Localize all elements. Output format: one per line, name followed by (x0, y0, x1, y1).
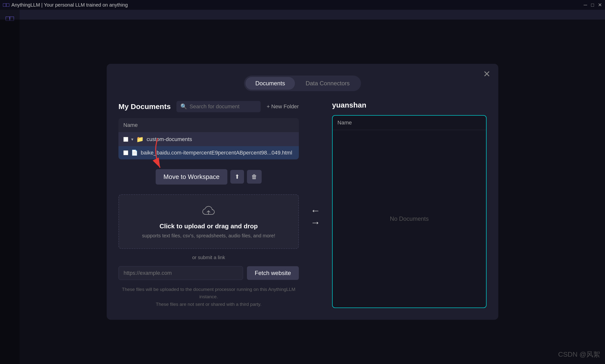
modal-body: My Documents 🔍 + New Folder Name (118, 101, 487, 308)
action-bar: Move to Workspace ⬆ 🗑 (118, 165, 299, 188)
upload-title: Click to upload or drag and drop (160, 222, 258, 230)
search-input[interactable] (189, 104, 257, 110)
modal-dialog: ✕ Documents Data Connectors My Documents… (107, 64, 498, 320)
folder-icon: 📁 (136, 136, 144, 143)
upload-subtitle: supports text files, csv's, spreadsheets… (142, 233, 275, 239)
file-checkbox[interactable] (123, 150, 128, 155)
maximize-button[interactable]: □ (591, 2, 594, 8)
upload-icon-button[interactable]: ⬆ (230, 170, 244, 183)
tab-documents[interactable]: Documents (246, 77, 295, 90)
right-arrow-icon: → (311, 217, 320, 228)
folder-checkbox[interactable] (123, 137, 128, 142)
fetch-website-button[interactable]: Fetch website (247, 266, 299, 280)
right-panel: yuanshan Name No Documents (332, 101, 487, 308)
tabs-container: Documents Data Connectors (244, 76, 361, 91)
move-to-workspace-button[interactable]: Move to Workspace (156, 169, 227, 184)
title-bar: □□ AnythingLLM | Your personal LLM train… (0, 0, 605, 10)
delete-icon-button[interactable]: 🗑 (247, 170, 262, 183)
search-box[interactable]: 🔍 (177, 101, 261, 112)
workspace-document-area: Name No Documents (332, 115, 487, 308)
folder-name: custom-documents (147, 136, 294, 143)
file-icon: 📄 (131, 150, 138, 156)
or-submit-text: or submit a link (118, 255, 299, 260)
left-arrow-icon: ← (311, 205, 320, 216)
url-input[interactable] (118, 266, 243, 280)
my-documents-title: My Documents (118, 103, 171, 111)
table-row[interactable]: ▾ 📁 custom-documents (118, 132, 299, 146)
modal-tabs: Documents Data Connectors (118, 76, 487, 91)
table-row[interactable]: 📄 baike_baidu.com-itempercentE9percentAB… (118, 146, 299, 159)
upload-icon: ⬆ (235, 173, 240, 180)
left-header: My Documents 🔍 + New Folder (118, 101, 299, 112)
app-background: □□ ✕ Documents Data Connectors My Docume… (0, 10, 605, 364)
workspace-doc-header: Name (333, 116, 486, 130)
modal-overlay: ✕ Documents Data Connectors My Documents… (0, 20, 605, 364)
privacy-note: These files will be uploaded to the docu… (118, 286, 299, 308)
upload-area[interactable]: Click to upload or drag and drop support… (118, 194, 299, 249)
chevron-down-icon: ▾ (131, 137, 133, 142)
window-controls: ─ □ ✕ (584, 2, 602, 8)
arrows-icon: ← → (311, 205, 320, 228)
workspace-title: yuanshan (332, 101, 487, 109)
action-bar-container: Move to Workspace ⬆ 🗑 (118, 165, 299, 188)
left-panel: My Documents 🔍 + New Folder Name (118, 101, 299, 308)
transfer-arrows: ← → (311, 101, 320, 308)
file-name: baike_baidu.com-itempercentE9percentABpe… (141, 150, 294, 156)
delete-icon: 🗑 (251, 173, 257, 180)
modal-close-button[interactable]: ✕ (483, 70, 491, 78)
tab-data-connectors[interactable]: Data Connectors (296, 77, 359, 90)
app-title: AnythingLLM | Your personal LLM trained … (12, 2, 128, 8)
url-row: Fetch website (118, 266, 299, 280)
minimize-button[interactable]: ─ (584, 2, 587, 8)
no-documents-text: No Documents (333, 130, 486, 308)
close-window-button[interactable]: ✕ (598, 2, 602, 8)
upload-cloud-icon (201, 205, 216, 220)
document-list: Name ▾ 📁 custom-documents 📄 bai (118, 118, 299, 159)
new-folder-button[interactable]: + New Folder (266, 104, 299, 110)
doc-list-header: Name (118, 118, 299, 132)
app-icon: □□ (3, 2, 10, 8)
search-icon: 🔍 (180, 104, 187, 110)
